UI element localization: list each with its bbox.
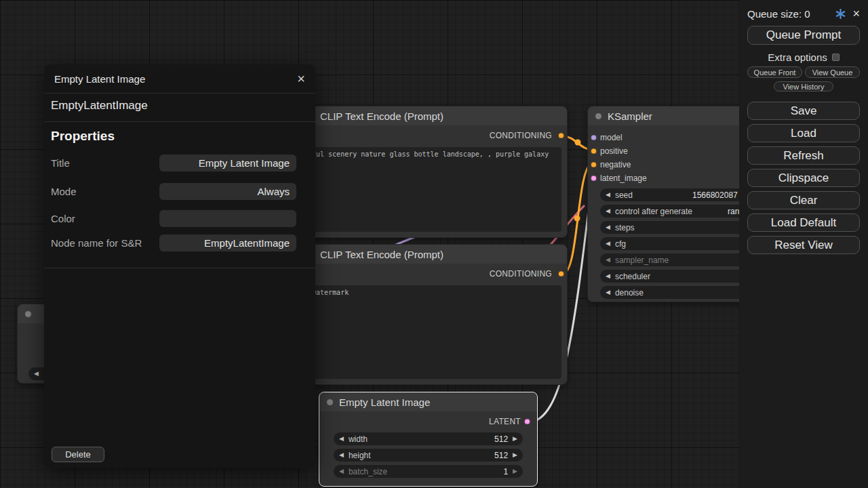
divider	[44, 121, 315, 122]
widget-label: seed	[615, 190, 633, 200]
decrement-arrow-icon[interactable]: ◀	[339, 468, 344, 474]
collapse-node-dot[interactable]	[327, 399, 333, 405]
negative-input-port[interactable]	[591, 162, 597, 168]
model-input-port[interactable]	[591, 135, 597, 141]
decrement-arrow-icon[interactable]: ◀	[606, 208, 610, 214]
title-field[interactable]: Empty Latent Image	[159, 155, 296, 171]
decrement-arrow-icon[interactable]: ◀	[339, 436, 344, 442]
node-clip-text-encode-negative[interactable]: CLIP Text Encode (Prompt) CONDITIONING w…	[300, 244, 568, 385]
widget-label: cfg	[615, 239, 626, 249]
queue-front-button[interactable]: Queue Front	[747, 66, 802, 78]
menu-top-row: Queue size: 0 ×	[747, 5, 860, 22]
increment-arrow-icon[interactable]: ▶	[513, 452, 517, 458]
node-header[interactable]: CLIP Text Encode (Prompt)	[300, 245, 567, 264]
conditioning-output-port[interactable]	[558, 271, 564, 277]
close-icon[interactable]: ×	[852, 7, 860, 20]
output-row: CONDITIONING	[300, 266, 567, 281]
node-type-name: EmptyLatentImage	[51, 99, 148, 113]
widget-value: 1	[503, 467, 508, 476]
latent-output-port[interactable]	[524, 419, 530, 425]
divider	[44, 268, 315, 268]
prompt-textarea[interactable]: watermark	[306, 285, 561, 379]
comfyui-menu: Queue size: 0 × Queue Prompt Extra optio…	[739, 0, 868, 488]
widget-label: batch_size	[349, 467, 387, 476]
mode-field[interactable]: Always	[159, 183, 296, 200]
node-title: CLIP Text Encode (Prompt)	[320, 249, 443, 260]
view-queue-button[interactable]: View Queue	[805, 66, 860, 78]
input-label: positive	[600, 146, 628, 156]
widget-label: control after generate	[615, 207, 692, 216]
prompt-text-line: ,	[312, 159, 555, 167]
decrement-arrow-icon[interactable]: ◀	[606, 241, 610, 247]
decrement-arrow-icon[interactable]: ◀	[606, 289, 610, 296]
decrement-arrow-icon[interactable]: ◀	[606, 257, 610, 263]
output-row: CONDITIONING	[300, 128, 567, 143]
output-label: CONDITIONING	[490, 131, 552, 140]
property-label: Title	[51, 157, 70, 169]
divider	[44, 93, 315, 94]
close-icon[interactable]: ×	[297, 72, 305, 85]
property-label: Node name for S&R	[51, 237, 142, 249]
decrement-arrow-icon[interactable]: ◀	[606, 273, 610, 279]
queue-prompt-button[interactable]: Queue Prompt	[747, 26, 860, 45]
widget-label: sampler_name	[615, 256, 669, 265]
node-header[interactable]: Empty Latent Image	[319, 392, 537, 411]
color-field[interactable]	[159, 210, 296, 227]
widget-label: height	[349, 451, 371, 460]
input-label: negative	[600, 160, 631, 169]
widget-label: steps	[615, 223, 635, 232]
batch-size-widget[interactable]: ◀ batch_size 1 ▶	[334, 465, 523, 478]
node-name-field[interactable]: EmptyLatentImage	[159, 235, 296, 251]
extra-options-checkbox[interactable]	[832, 54, 840, 61]
dialog-title: Empty Latent Image	[54, 73, 145, 85]
delete-button[interactable]: Delete	[52, 447, 104, 462]
property-label: Color	[51, 213, 75, 224]
clear-button[interactable]: Clear	[747, 191, 860, 209]
width-widget[interactable]: ◀ width 512 ▶	[334, 432, 523, 445]
decrement-arrow-icon[interactable]: ◀	[34, 371, 39, 377]
widget-value: 512	[494, 434, 508, 444]
node-header[interactable]: CLIP Text Encode (Prompt)	[300, 106, 567, 125]
output-label: CONDITIONING	[490, 269, 552, 279]
dialog-header: Empty Latent Image ×	[44, 64, 315, 93]
node-title: CLIP Text Encode (Prompt)	[320, 110, 443, 122]
load-button[interactable]: Load	[747, 124, 860, 142]
output-row: LATENT	[319, 414, 537, 429]
increment-arrow-icon[interactable]: ▶	[513, 436, 517, 442]
conditioning-output-port[interactable]	[558, 133, 564, 139]
refresh-button[interactable]: Refresh	[747, 146, 860, 165]
menu-button-stack: Save Load Refresh Clipspace Clear Load D…	[747, 102, 860, 254]
widget-label: width	[349, 434, 368, 444]
node-clip-text-encode-positive[interactable]: CLIP Text Encode (Prompt) CONDITIONING f…	[300, 106, 568, 238]
prompt-textarea[interactable]: ful scenery nature glass bottle landscap…	[306, 147, 561, 232]
prompt-text-line: ful scenery nature glass bottle landscap…	[312, 150, 555, 159]
collapse-node-dot[interactable]	[595, 113, 601, 119]
property-row-mode: Mode Always	[51, 182, 296, 200]
save-button[interactable]: Save	[747, 102, 860, 120]
latent-input-port[interactable]	[591, 176, 597, 182]
collapse-node-dot[interactable]	[25, 311, 31, 317]
positive-input-port[interactable]	[591, 148, 597, 155]
settings-icon[interactable]	[835, 9, 846, 19]
extra-options-row: Extra options	[747, 50, 860, 64]
clipspace-button[interactable]: Clipspace	[747, 169, 860, 187]
decrement-arrow-icon[interactable]: ◀	[339, 452, 344, 458]
widget-label: denoise	[615, 288, 644, 298]
properties-section-title: Properties	[51, 129, 115, 144]
widget-label: scheduler	[615, 272, 650, 281]
node-empty-latent-image[interactable]: Empty Latent Image LATENT ◀ width 512 ▶ …	[319, 392, 538, 487]
node-title: Empty Latent Image	[339, 396, 430, 408]
decrement-arrow-icon[interactable]: ◀	[606, 192, 610, 198]
input-label: model	[600, 133, 623, 142]
queue-buttons-row: Queue Front View Queue	[747, 66, 860, 78]
view-history-button[interactable]: View History	[774, 81, 833, 92]
decrement-arrow-icon[interactable]: ◀	[606, 224, 610, 230]
height-widget[interactable]: ◀ height 512 ▶	[334, 449, 523, 462]
output-label: LATENT	[489, 417, 521, 426]
property-row-title: Title Empty Latent Image	[51, 154, 296, 171]
increment-arrow-icon[interactable]: ▶	[513, 468, 517, 474]
reset-view-button[interactable]: Reset View	[747, 236, 860, 254]
widget-value: 1566802087	[692, 190, 738, 200]
load-default-button[interactable]: Load Default	[747, 214, 860, 232]
input-label: latent_image	[600, 174, 647, 183]
